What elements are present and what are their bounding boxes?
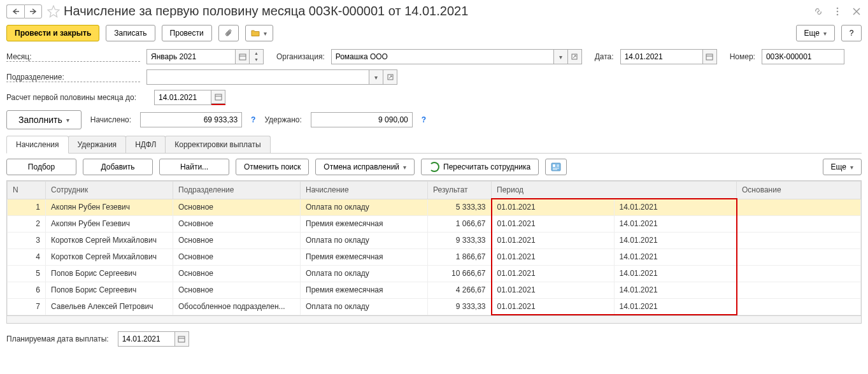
horizontal-scrollbar[interactable] [6, 316, 862, 324]
org-input[interactable] [331, 49, 554, 64]
table-row[interactable]: 6Попов Борис СергеевичОсновноеПремия еже… [8, 282, 861, 298]
open-icon [571, 54, 578, 60]
cell-period-to: 14.01.2021 [614, 199, 737, 215]
dept-open-button[interactable] [383, 69, 397, 85]
col-base[interactable]: Основание [737, 182, 861, 199]
tab-corrections[interactable]: Корректировки выплаты [165, 136, 270, 153]
attach-button[interactable] [218, 25, 239, 41]
table-row[interactable]: 7Савельев Алексей ПетровичОбособленное п… [8, 298, 861, 315]
cell-employee: Акопян Рубен Гезевич [46, 199, 173, 215]
col-employee[interactable]: Сотрудник [46, 182, 173, 199]
col-period[interactable]: Период [492, 182, 737, 199]
col-n[interactable]: N [8, 182, 46, 199]
number-input[interactable] [762, 49, 844, 64]
post-and-close-button[interactable]: Провести и закрыть [6, 25, 99, 41]
cell-period-to: 14.01.2021 [614, 282, 737, 298]
cell-period-to: 14.01.2021 [614, 265, 737, 282]
table-row[interactable]: 3Коротков Сергей МихайловичОсновноеОплат… [8, 232, 861, 248]
cell-department: Обособленное подразделен... [173, 298, 301, 315]
more-button[interactable]: Еще [796, 25, 835, 41]
card-icon [551, 162, 561, 171]
save-button[interactable]: Записать [106, 25, 155, 41]
cell-n: 6 [8, 282, 46, 298]
table-row[interactable]: 5Попов Борис СергеевичОсновноеОплата по … [8, 265, 861, 282]
select-button[interactable]: Подбор [6, 159, 76, 175]
page-title: Начисление за первую половину месяца 00З… [64, 4, 813, 18]
tab-accruals[interactable]: Начисления [6, 136, 69, 154]
svg-point-2 [837, 13, 839, 15]
month-calendar-button[interactable] [236, 49, 250, 64]
cell-employee: Коротков Сергей Михайлович [46, 248, 173, 265]
calendar-icon [178, 335, 185, 343]
svg-rect-3 [239, 54, 246, 60]
tab-more-button[interactable]: Еще [823, 159, 862, 175]
dept-label: Подразделение: [6, 73, 140, 82]
cell-result: 9 333,33 [428, 298, 492, 315]
planned-date-input[interactable] [118, 331, 175, 347]
link-icon[interactable] [813, 6, 823, 17]
half-until-input[interactable] [154, 90, 211, 105]
cell-department: Основное [173, 282, 301, 298]
fill-button[interactable]: Заполнить [6, 110, 82, 129]
cell-department: Основное [173, 265, 301, 282]
calendar-icon [706, 53, 713, 61]
month-spinner[interactable]: ▲▼ [250, 49, 264, 64]
cell-n: 1 [8, 199, 46, 215]
svg-rect-7 [215, 94, 222, 100]
help-button[interactable]: ? [841, 25, 862, 41]
cell-period-from: 01.01.2021 [492, 215, 615, 232]
cell-result: 1 866,67 [428, 248, 492, 265]
accruals-table: N Сотрудник Подразделение Начисление Рез… [7, 181, 861, 315]
accrued-input[interactable] [140, 112, 242, 127]
cell-department: Основное [173, 248, 301, 265]
month-input[interactable] [146, 49, 236, 64]
svg-rect-9 [553, 164, 555, 167]
folder-dropdown-button[interactable] [245, 25, 273, 41]
cell-period-from: 01.01.2021 [492, 199, 615, 215]
half-until-calendar-button[interactable] [211, 90, 225, 104]
org-select-button[interactable]: ▾ [554, 49, 568, 64]
planned-date-calendar-button[interactable] [175, 331, 189, 347]
col-accrual[interactable]: Начисление [301, 182, 428, 199]
cell-result: 5 333,33 [428, 199, 492, 215]
post-button[interactable]: Провести [162, 25, 212, 41]
cancel-fix-button[interactable]: Отмена исправлений [315, 159, 415, 175]
cell-employee: Акопян Рубен Гезевич [46, 215, 173, 232]
find-button[interactable]: Найти... [159, 159, 229, 175]
col-department[interactable]: Подразделение [173, 182, 301, 199]
dept-select-button[interactable]: ▾ [369, 69, 383, 85]
cell-accrual: Оплата по окладу [301, 199, 428, 215]
add-button[interactable]: Добавить [83, 159, 153, 175]
svg-rect-10 [178, 336, 185, 342]
table-row[interactable]: 2Акопян Рубен ГезевичОсновноеПремия ежем… [8, 215, 861, 232]
recalc-button[interactable]: Пересчитать сотрудника [421, 159, 539, 175]
cell-n: 4 [8, 248, 46, 265]
nav-back-button[interactable] [6, 4, 24, 18]
date-input[interactable] [620, 49, 703, 64]
cell-accrual: Премия ежемесячная [301, 282, 428, 298]
col-result[interactable]: Результат [428, 182, 492, 199]
help-accrued[interactable]: ? [251, 115, 255, 124]
close-icon[interactable] [851, 6, 862, 17]
cell-department: Основное [173, 199, 301, 215]
nav-forward-button[interactable] [24, 4, 42, 18]
cell-department: Основное [173, 215, 301, 232]
date-label: Дата: [595, 52, 614, 61]
favorite-star-icon[interactable] [47, 5, 60, 18]
help-withheld[interactable]: ? [422, 115, 426, 124]
tab-deductions[interactable]: Удержания [68, 136, 127, 153]
cell-employee: Попов Борис Сергеевич [46, 265, 173, 282]
cell-base [737, 215, 861, 232]
withheld-input[interactable] [311, 112, 413, 127]
table-row[interactable]: 1Акопян Рубен ГезевичОсновноеОплата по о… [8, 199, 861, 215]
tab-ndfl[interactable]: НДФЛ [125, 136, 166, 153]
cell-period-to: 14.01.2021 [614, 298, 737, 315]
cell-accrual: Премия ежемесячная [301, 215, 428, 232]
dept-input[interactable] [146, 69, 369, 85]
more-vertical-icon[interactable] [832, 6, 843, 17]
cancel-find-button[interactable]: Отменить поиск [236, 159, 309, 175]
table-row[interactable]: 4Коротков Сергей МихайловичОсновноеПреми… [8, 248, 861, 265]
org-open-button[interactable] [568, 49, 582, 64]
card-view-button[interactable] [545, 159, 567, 175]
date-calendar-button[interactable] [703, 49, 717, 64]
